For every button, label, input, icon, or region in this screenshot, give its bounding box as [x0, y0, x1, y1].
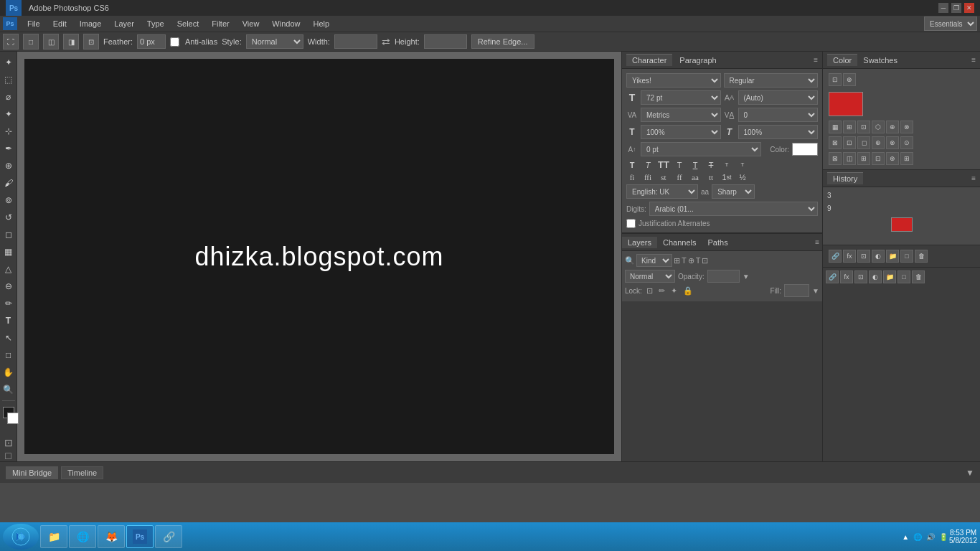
lasso-tool[interactable]: ⌀ — [1, 89, 17, 105]
battery-icon[interactable]: 🔋 — [939, 533, 948, 541]
baseline-select[interactable]: 0 pt — [641, 142, 761, 156]
liga-tt[interactable]: tt — [705, 173, 717, 182]
font-size-select[interactable]: 72 pt — [641, 90, 721, 105]
text-color-swatch[interactable] — [792, 143, 818, 156]
tab-timeline[interactable]: Timeline — [61, 466, 103, 479]
opacity-input[interactable] — [707, 270, 740, 283]
close-button[interactable]: ✕ — [964, 3, 974, 13]
new-adj-layer-btn[interactable]: ◐ — [872, 250, 885, 263]
color-icon15[interactable]: ◫ — [843, 152, 856, 165]
history-brush[interactable]: ↺ — [1, 209, 17, 225]
pen-tool[interactable]: ✏ — [1, 296, 17, 311]
filter-icon2[interactable]: T — [682, 256, 687, 265]
opt-btn2[interactable]: □ — [23, 34, 39, 50]
menu-image[interactable]: Image — [74, 18, 108, 29]
history-item-2[interactable]: 9 — [824, 202, 979, 215]
kerning-select[interactable]: Metrics — [641, 108, 721, 122]
liga-ffi[interactable]: ffi — [642, 173, 654, 182]
quick-select[interactable]: ✦ — [1, 106, 17, 122]
tab-paragraph[interactable]: Paragraph — [674, 55, 722, 66]
height-input[interactable] — [424, 34, 467, 49]
background-color[interactable] — [7, 413, 19, 424]
new-layer-btn[interactable]: □ — [900, 250, 913, 263]
color-icon4[interactable]: ⊡ — [857, 121, 870, 133]
scale-h-select[interactable]: 100% — [641, 125, 721, 139]
leading-select[interactable]: (Auto) — [738, 90, 819, 105]
show-hidden-icon[interactable]: ▲ — [902, 533, 909, 541]
justification-checkbox[interactable] — [626, 219, 636, 228]
menu-filter[interactable]: Filter — [206, 18, 235, 29]
liga-ff[interactable]: ff — [674, 173, 685, 182]
screen-mode-btn[interactable]: □ — [5, 450, 11, 461]
healing-brush[interactable]: ⊕ — [1, 158, 17, 174]
shape-tool[interactable]: □ — [1, 347, 17, 363]
digits-select[interactable]: Arabic (01... — [649, 202, 818, 216]
network-icon[interactable]: 🌐 — [913, 533, 922, 541]
tab-channels[interactable]: Channels — [657, 237, 702, 248]
delete-layer-btn[interactable]: 🗑 — [915, 250, 928, 263]
footer-icon2[interactable]: fx — [840, 270, 853, 283]
layer-mode-select[interactable]: Normal — [625, 270, 675, 283]
taskbar-ie[interactable]: 🌐 — [69, 525, 96, 548]
start-button[interactable] — [3, 524, 39, 550]
tab-mini-bridge[interactable]: Mini Bridge — [6, 466, 58, 479]
font-style-select[interactable]: Regular — [724, 73, 819, 88]
footer-icon1[interactable]: 🔗 — [826, 270, 839, 283]
footer-icon4[interactable]: ◐ — [869, 270, 882, 283]
filter-kind-select[interactable]: Kind — [636, 254, 672, 267]
color-icon14[interactable]: ⊠ — [829, 152, 842, 165]
color-icon5[interactable]: ⬡ — [872, 121, 885, 133]
eraser-tool[interactable]: ◻ — [1, 227, 17, 242]
color-icon16[interactable]: ⊞ — [857, 152, 870, 165]
clone-stamp[interactable]: ⊚ — [1, 192, 17, 208]
typo-btn-T6[interactable]: T — [705, 161, 717, 169]
gradient-tool[interactable]: ▦ — [1, 244, 17, 260]
blur-tool[interactable]: △ — [1, 261, 17, 277]
menu-layer[interactable]: Layer — [108, 18, 140, 29]
color-icon12[interactable]: ⊗ — [886, 136, 899, 149]
typo-btn-Ts[interactable]: T — [674, 161, 685, 169]
tab-paths[interactable]: Paths — [702, 237, 734, 248]
width-input[interactable] — [334, 34, 377, 49]
rectangle-select[interactable]: ⬚ — [1, 72, 17, 88]
color-icon19[interactable]: ⊞ — [900, 152, 913, 165]
history-item-1[interactable]: 3 — [824, 189, 979, 202]
footer-icon6[interactable]: □ — [897, 270, 910, 283]
crop-tool[interactable]: ⊹ — [1, 123, 17, 139]
typo-btn-T8[interactable]: T — [737, 161, 748, 168]
marquee-tool-btn[interactable]: ⛶ — [3, 34, 19, 50]
menu-help[interactable]: Help — [307, 18, 335, 29]
zoom-tool[interactable]: 🔍 — [1, 382, 17, 397]
filter-icon3[interactable]: ⊕ — [688, 256, 694, 265]
quick-mask-btn[interactable]: ⊡ — [4, 437, 13, 448]
color-icon2[interactable]: ⊕ — [843, 73, 856, 86]
taskbar-explorer[interactable]: 📁 — [40, 525, 67, 548]
main-color-swatch[interactable] — [829, 92, 863, 116]
lock-move-icon[interactable]: ✦ — [671, 286, 677, 296]
taskbar-app5[interactable]: 🔗 — [155, 525, 182, 548]
opt-btn5[interactable]: ⊡ — [83, 34, 99, 50]
filter-icon1[interactable]: ⊞ — [674, 256, 680, 265]
tracking-select[interactable]: 0 — [738, 108, 819, 122]
typo-btn-T7[interactable]: T — [721, 161, 732, 168]
lock-pixel-icon[interactable]: ⊡ — [646, 286, 653, 296]
refine-edge-button[interactable]: Refine Edge... — [471, 34, 534, 49]
menu-window[interactable]: Window — [266, 18, 306, 29]
color-icon1[interactable]: ⊡ — [829, 73, 842, 86]
add-mask-btn[interactable]: ⊡ — [857, 250, 870, 263]
color-icon9[interactable]: ⊡ — [843, 136, 856, 149]
menu-select[interactable]: Select — [171, 18, 205, 29]
brush-tool[interactable]: 🖌 — [1, 175, 17, 191]
tab-character[interactable]: Character — [626, 54, 672, 66]
link-layers-btn[interactable]: 🔗 — [829, 250, 842, 263]
opt-btn3[interactable]: ◫ — [43, 34, 59, 50]
workspace-select[interactable]: Essentials — [924, 17, 977, 31]
footer-icon5[interactable]: 📁 — [883, 270, 896, 283]
new-group-btn[interactable]: 📁 — [886, 250, 899, 263]
filter-icon4[interactable]: T — [696, 256, 701, 265]
minimize-button[interactable]: ─ — [938, 3, 948, 13]
pattern-icon[interactable]: ⊞ — [843, 121, 856, 133]
typo-btn-T5[interactable]: T — [689, 161, 701, 169]
gradient-icon[interactable]: ▦ — [829, 121, 842, 133]
layer-fx-btn[interactable]: fx — [843, 250, 856, 263]
